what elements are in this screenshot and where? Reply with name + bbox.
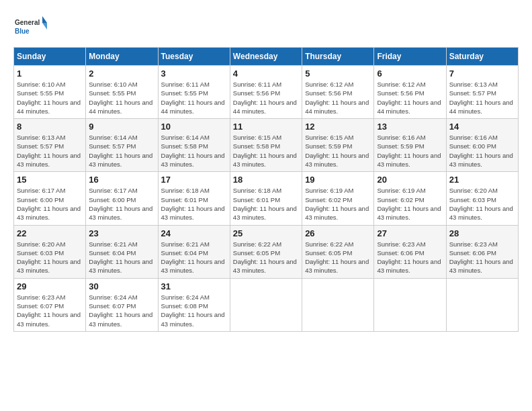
calendar-week-2: 8Sunrise: 6:13 AMSunset: 5:57 PMDaylight… (14, 119, 519, 172)
calendar-cell: 27Sunrise: 6:23 AMSunset: 6:06 PMDayligh… (374, 225, 446, 278)
day-number: 20 (377, 175, 443, 185)
day-info: Sunrise: 6:11 AMSunset: 5:55 PMDaylight:… (161, 80, 227, 116)
day-number: 27 (377, 228, 443, 238)
calendar-cell: 21Sunrise: 6:20 AMSunset: 6:03 PMDayligh… (446, 172, 518, 225)
day-number: 8 (17, 122, 83, 132)
calendar-header-wednesday: Wednesday (230, 48, 302, 66)
day-info: Sunrise: 6:20 AMSunset: 6:03 PMDaylight:… (17, 240, 83, 275)
day-number: 23 (89, 228, 154, 238)
day-info: Sunrise: 6:17 AMSunset: 6:00 PMDaylight:… (17, 186, 83, 222)
day-number: 3 (161, 68, 227, 79)
day-info: Sunrise: 6:16 AMSunset: 6:00 PMDaylight:… (449, 133, 515, 169)
day-number: 21 (449, 175, 515, 185)
calendar-cell: 4Sunrise: 6:11 AMSunset: 5:56 PMDaylight… (230, 66, 302, 119)
day-info: Sunrise: 6:23 AMSunset: 6:06 PMDaylight:… (449, 240, 515, 275)
day-info: Sunrise: 6:10 AMSunset: 5:55 PMDaylight:… (89, 80, 154, 116)
calendar-cell: 31Sunrise: 6:24 AMSunset: 6:08 PMDayligh… (158, 278, 230, 331)
day-info: Sunrise: 6:19 AMSunset: 6:02 PMDaylight:… (377, 186, 443, 222)
day-number: 17 (161, 175, 227, 185)
day-info: Sunrise: 6:12 AMSunset: 5:56 PMDaylight:… (377, 80, 443, 116)
svg-marker-3 (42, 23, 47, 30)
day-number: 1 (17, 68, 83, 79)
calendar-header-row: SundayMondayTuesdayWednesdayThursdayFrid… (14, 48, 519, 66)
calendar-week-4: 22Sunrise: 6:20 AMSunset: 6:03 PMDayligh… (14, 225, 519, 278)
day-info: Sunrise: 6:11 AMSunset: 5:56 PMDaylight:… (233, 80, 299, 116)
calendar-header-thursday: Thursday (302, 48, 374, 66)
calendar-cell: 14Sunrise: 6:16 AMSunset: 6:00 PMDayligh… (446, 119, 518, 172)
day-number: 7 (449, 68, 515, 79)
day-number: 24 (161, 228, 227, 238)
day-info: Sunrise: 6:21 AMSunset: 6:04 PMDaylight:… (161, 240, 227, 275)
day-info: Sunrise: 6:23 AMSunset: 6:07 PMDaylight:… (17, 293, 83, 328)
calendar-cell: 1Sunrise: 6:10 AMSunset: 5:55 PMDaylight… (14, 66, 86, 119)
day-number: 11 (233, 122, 299, 132)
day-number: 4 (233, 68, 299, 79)
calendar-cell: 29Sunrise: 6:23 AMSunset: 6:07 PMDayligh… (14, 278, 86, 331)
calendar-cell: 13Sunrise: 6:16 AMSunset: 5:59 PMDayligh… (374, 119, 446, 172)
day-info: Sunrise: 6:16 AMSunset: 5:59 PMDaylight:… (377, 133, 443, 169)
day-number: 30 (89, 281, 154, 291)
calendar-cell: 25Sunrise: 6:22 AMSunset: 6:05 PMDayligh… (230, 225, 302, 278)
day-number: 2 (89, 68, 154, 79)
calendar-cell: 11Sunrise: 6:15 AMSunset: 5:58 PMDayligh… (230, 119, 302, 172)
day-number: 19 (305, 175, 371, 185)
calendar-cell: 12Sunrise: 6:15 AMSunset: 5:59 PMDayligh… (302, 119, 374, 172)
day-info: Sunrise: 6:18 AMSunset: 6:01 PMDaylight:… (161, 186, 227, 222)
day-number: 9 (89, 122, 154, 132)
calendar-cell: 28Sunrise: 6:23 AMSunset: 6:06 PMDayligh… (446, 225, 518, 278)
calendar-cell (374, 278, 446, 331)
day-number: 25 (233, 228, 299, 238)
calendar-cell: 2Sunrise: 6:10 AMSunset: 5:55 PMDaylight… (86, 66, 158, 119)
calendar-header-saturday: Saturday (446, 48, 518, 66)
calendar-header-tuesday: Tuesday (158, 48, 230, 66)
calendar-cell: 8Sunrise: 6:13 AMSunset: 5:57 PMDaylight… (14, 119, 86, 172)
day-info: Sunrise: 6:13 AMSunset: 5:57 PMDaylight:… (449, 80, 515, 116)
calendar-cell: 10Sunrise: 6:14 AMSunset: 5:58 PMDayligh… (158, 119, 230, 172)
calendar-cell: 16Sunrise: 6:17 AMSunset: 6:00 PMDayligh… (86, 172, 158, 225)
calendar-cell: 18Sunrise: 6:18 AMSunset: 6:01 PMDayligh… (230, 172, 302, 225)
calendar-week-5: 29Sunrise: 6:23 AMSunset: 6:07 PMDayligh… (14, 278, 519, 331)
calendar-cell (446, 278, 518, 331)
svg-marker-2 (42, 16, 47, 23)
day-number: 29 (17, 281, 83, 291)
calendar-header-friday: Friday (374, 48, 446, 66)
day-number: 26 (305, 228, 371, 238)
calendar-cell (302, 278, 374, 331)
day-number: 13 (377, 122, 443, 132)
day-info: Sunrise: 6:10 AMSunset: 5:55 PMDaylight:… (17, 80, 83, 116)
calendar-cell: 3Sunrise: 6:11 AMSunset: 5:55 PMDaylight… (158, 66, 230, 119)
calendar-week-3: 15Sunrise: 6:17 AMSunset: 6:00 PMDayligh… (14, 172, 519, 225)
day-number: 18 (233, 175, 299, 185)
day-number: 12 (305, 122, 371, 132)
day-info: Sunrise: 6:21 AMSunset: 6:04 PMDaylight:… (89, 240, 154, 275)
calendar-cell: 26Sunrise: 6:22 AMSunset: 6:05 PMDayligh… (302, 225, 374, 278)
calendar-header-monday: Monday (86, 48, 158, 66)
calendar-cell: 5Sunrise: 6:12 AMSunset: 5:56 PMDaylight… (302, 66, 374, 119)
day-number: 22 (17, 228, 83, 238)
day-info: Sunrise: 6:22 AMSunset: 6:05 PMDaylight:… (305, 240, 371, 275)
calendar-cell: 24Sunrise: 6:21 AMSunset: 6:04 PMDayligh… (158, 225, 230, 278)
svg-text:General: General (15, 19, 40, 26)
day-info: Sunrise: 6:19 AMSunset: 6:02 PMDaylight:… (305, 186, 371, 222)
calendar-week-1: 1Sunrise: 6:10 AMSunset: 5:55 PMDaylight… (14, 66, 519, 119)
day-number: 28 (449, 228, 515, 238)
calendar-cell: 7Sunrise: 6:13 AMSunset: 5:57 PMDaylight… (446, 66, 518, 119)
logo-svg: General Blue (13, 13, 47, 40)
day-info: Sunrise: 6:24 AMSunset: 6:08 PMDaylight:… (161, 293, 227, 328)
day-number: 14 (449, 122, 515, 132)
day-number: 15 (17, 175, 83, 185)
calendar-cell: 30Sunrise: 6:24 AMSunset: 6:07 PMDayligh… (86, 278, 158, 331)
day-info: Sunrise: 6:17 AMSunset: 6:00 PMDaylight:… (89, 186, 154, 222)
logo: General Blue (13, 13, 47, 40)
calendar-cell: 17Sunrise: 6:18 AMSunset: 6:01 PMDayligh… (158, 172, 230, 225)
calendar-cell: 19Sunrise: 6:19 AMSunset: 6:02 PMDayligh… (302, 172, 374, 225)
day-number: 31 (161, 281, 227, 291)
day-info: Sunrise: 6:22 AMSunset: 6:05 PMDaylight:… (233, 240, 299, 275)
day-number: 10 (161, 122, 227, 132)
day-info: Sunrise: 6:20 AMSunset: 6:03 PMDaylight:… (449, 186, 515, 222)
header: General Blue (13, 13, 519, 40)
day-info: Sunrise: 6:24 AMSunset: 6:07 PMDaylight:… (89, 293, 154, 328)
day-info: Sunrise: 6:14 AMSunset: 5:58 PMDaylight:… (161, 133, 227, 169)
calendar-cell (230, 278, 302, 331)
calendar-header-sunday: Sunday (14, 48, 86, 66)
